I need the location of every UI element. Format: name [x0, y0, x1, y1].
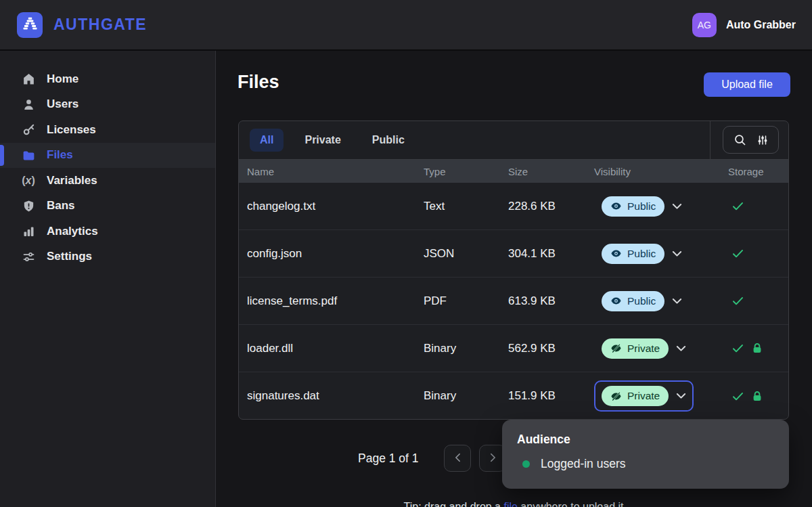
table-row[interactable]: license_terms.pdf PDF 613.9 KB Public	[239, 278, 788, 325]
file-type: JSON	[424, 247, 508, 261]
sidebar-item-label: Licenses	[47, 123, 96, 137]
folder-icon	[21, 148, 36, 162]
file-type: Binary	[424, 342, 508, 355]
search-icon[interactable]	[733, 133, 747, 147]
chevron-left-icon	[455, 453, 461, 464]
visibility-dropdown-trigger[interactable]: Private	[594, 380, 694, 412]
avatar[interactable]: AG	[692, 13, 717, 37]
table-body: changelog.txt Text 228.6 KB Public confi…	[239, 183, 788, 420]
visibility-dropdown-trigger[interactable]: Private	[594, 333, 694, 364]
sidebar-item-analytics[interactable]: Analytics	[0, 219, 215, 244]
eye-icon	[610, 295, 622, 307]
search-filter-box[interactable]	[723, 126, 779, 154]
sidebar-item-bans[interactable]: Bans	[0, 194, 215, 219]
eye-off-icon	[610, 391, 622, 402]
user-name: Auto Grabber	[726, 19, 796, 31]
sidebar-nav: Home Users Licenses Files (x) Variables …	[0, 66, 215, 269]
file-size: 151.9 KB	[508, 389, 594, 403]
file-type: Binary	[424, 389, 508, 403]
visibility-badge-label: Private	[627, 390, 660, 402]
storage-status	[728, 389, 788, 403]
visibility-badge: Public	[602, 291, 664, 311]
sidebar-item-label: Bans	[47, 199, 75, 213]
sidebar-item-home[interactable]: Home	[0, 66, 215, 92]
footer-text: Tip: drag and drop a	[404, 501, 504, 507]
chevron-down-icon	[676, 393, 686, 399]
dropdown-options: Logged-in users	[517, 457, 789, 471]
file-name: signatures.dat	[247, 389, 424, 403]
eye-icon	[610, 200, 622, 212]
user-menu[interactable]: AG Auto Grabber	[692, 13, 796, 37]
visibility-badge: Private	[602, 386, 669, 406]
storage-status	[728, 199, 788, 213]
sidebar-item-variables[interactable]: (x) Variables	[0, 168, 215, 194]
tab-public[interactable]: Public	[362, 129, 415, 152]
footer-link[interactable]: file	[503, 501, 517, 507]
audience-dropdown: Audience Logged-in users	[502, 420, 789, 489]
tab-label: All	[260, 134, 273, 146]
column-header-size: Size	[508, 166, 594, 177]
status-dot-icon	[522, 460, 530, 468]
sidebar-item-label: Users	[47, 97, 78, 111]
previous-page-button[interactable]	[444, 445, 471, 472]
bar-chart-icon	[21, 224, 36, 239]
table-row[interactable]: loader.dll Binary 562.9 KB Private	[239, 325, 788, 372]
column-header-visibility: Visibility	[594, 166, 728, 177]
check-icon	[731, 294, 745, 308]
visibility-dropdown-trigger[interactable]: Public	[594, 286, 690, 317]
app-logo	[17, 12, 43, 38]
visibility-dropdown-trigger[interactable]: Public	[594, 191, 690, 222]
tab-private[interactable]: Private	[294, 129, 351, 152]
check-icon	[731, 341, 745, 355]
file-name: changelog.txt	[247, 200, 424, 213]
dropdown-option-label: Logged-in users	[541, 457, 626, 471]
table-header: NameTypeSizeVisibilityStorage	[239, 160, 788, 183]
sidebar: Home Users Licenses Files (x) Variables …	[0, 51, 216, 507]
file-size: 304.1 KB	[508, 247, 594, 261]
shield-icon	[21, 198, 36, 213]
file-name: license_terms.pdf	[247, 294, 424, 308]
chevron-down-icon	[672, 203, 682, 210]
dropdown-title: Audience	[517, 433, 789, 447]
sidebar-item-label: Home	[47, 72, 78, 86]
sidebar-item-users[interactable]: Users	[0, 92, 215, 118]
sidebar-item-files[interactable]: Files	[0, 143, 215, 169]
visibility-badge: Private	[602, 338, 669, 359]
filter-sliders-icon[interactable]	[757, 133, 769, 147]
file-name: config.json	[247, 247, 424, 261]
sidebar-item-licenses[interactable]: Licenses	[0, 117, 215, 143]
tab-label: Private	[304, 134, 340, 146]
visibility-badge: Public	[602, 196, 664, 217]
sliders-icon	[21, 249, 36, 264]
chevron-down-icon	[672, 250, 682, 257]
eye-off-icon	[610, 343, 622, 354]
visibility-badge-label: Public	[627, 200, 656, 213]
key-icon	[21, 123, 36, 137]
visibility-dropdown-trigger[interactable]: Public	[594, 238, 690, 269]
pagination-label: Page 1 of 1	[358, 451, 419, 466]
sidebar-item-label: Files	[47, 148, 73, 162]
sidebar-item-settings[interactable]: Settings	[0, 244, 215, 270]
user-icon	[21, 97, 36, 112]
file-size: 613.9 KB	[508, 294, 594, 308]
lock-icon	[751, 342, 763, 355]
upload-file-button[interactable]: Upload file	[704, 72, 790, 97]
visibility-badge-label: Private	[627, 343, 660, 355]
table-row[interactable]: changelog.txt Text 228.6 KB Public	[239, 183, 788, 230]
visibility-badge-label: Public	[627, 248, 656, 260]
visibility-badge: Public	[602, 244, 664, 264]
visibility-filter-tabs: All Private Public	[250, 129, 426, 152]
table-row[interactable]: config.json JSON 304.1 KB Public	[239, 230, 788, 278]
dropdown-option[interactable]: Logged-in users	[522, 457, 789, 471]
file-name: loader.dll	[247, 342, 424, 355]
storage-status	[728, 294, 788, 308]
table-row[interactable]: signatures.dat Binary 151.9 KB Private	[239, 372, 788, 420]
file-size: 562.9 KB	[508, 342, 594, 355]
file-type: PDF	[424, 294, 508, 308]
sidebar-item-label: Variables	[47, 174, 97, 188]
tab-all[interactable]: All	[250, 129, 284, 152]
column-header-storage: Storage	[728, 166, 788, 177]
toolbar-divider	[710, 121, 710, 159]
column-header-type: Type	[424, 166, 508, 177]
check-icon	[731, 389, 745, 403]
